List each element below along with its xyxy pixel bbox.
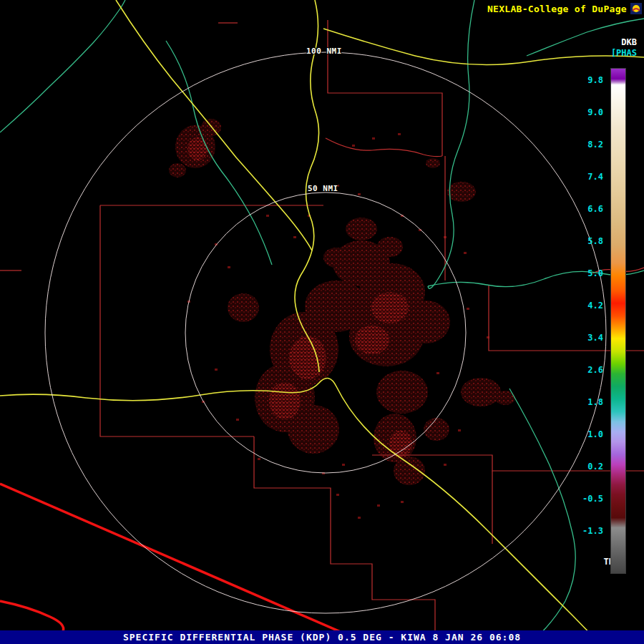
nexlab-logo-icon: [630, 3, 642, 14]
colorbar-tick-label: 6.6: [587, 204, 603, 214]
radar-display: 100 NMI 50 NMI NEXLAB-College of DuPage …: [0, 0, 644, 644]
range-ring-inner-label: 50 NMI: [308, 184, 338, 193]
status-bar: SPECIFIC DIFFERENTIAL PHASE (KDP) 0.5 DE…: [0, 630, 644, 644]
colorbar-tick-label: 5.8: [587, 236, 603, 246]
border-line: [0, 484, 369, 644]
colorbar-tick-label: -0.5: [582, 494, 603, 504]
colorbar-tick-label: 2.6: [587, 365, 603, 375]
range-ring-outer-label: 100 NMI: [306, 47, 342, 56]
colorbar-tick-label: 1.8: [587, 397, 603, 407]
radar-echo-layer: [169, 119, 515, 519]
colorbar-tick-label: 7.4: [587, 172, 603, 182]
colorbar-ticks: 9.89.08.27.46.65.85.04.23.42.61.81.00.2-…: [573, 68, 603, 572]
colorbar-tick-label: 4.2: [587, 301, 603, 311]
colorbar-tick-label: 9.8: [587, 75, 603, 85]
colorbar-gradient: [610, 68, 626, 574]
colorbar-tick-label: 1.0: [587, 429, 603, 439]
radar-map: [0, 0, 644, 644]
colorbar-tick-label: 5.0: [587, 268, 603, 278]
colorbar-tick-label: 9.0: [587, 107, 603, 117]
colorbar-product-code: DKB: [621, 37, 637, 47]
colorbar-tick-label: 3.4: [587, 333, 603, 343]
header-title: NEXLAB-College of DuPage: [487, 4, 627, 14]
colorbar-tick-label: 0.2: [587, 462, 603, 472]
colorbar-unit-label: [PHAS: [611, 48, 637, 58]
status-text: SPECIFIC DIFFERENTIAL PHASE (KDP) 0.5 DE…: [123, 632, 521, 643]
colorbar-tick-label: -1.3: [582, 526, 603, 536]
colorbar-tick-label: 8.2: [587, 140, 603, 150]
